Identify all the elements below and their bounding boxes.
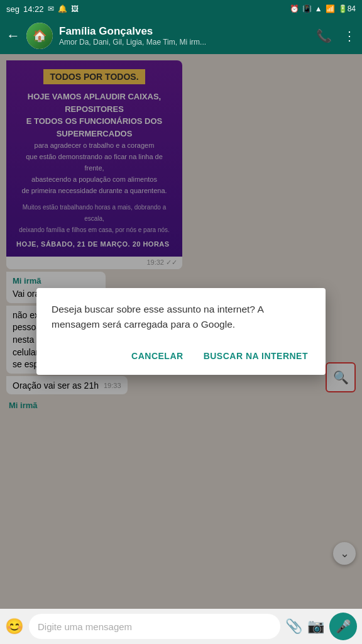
dialog-actions: CANCELAR BUSCAR NA INTERNET — [52, 346, 310, 366]
avatar-image: 🏠 — [26, 23, 53, 49]
group-name: Família Gonçalves — [59, 25, 310, 38]
mic-button[interactable]: 🎤 — [329, 613, 357, 640]
dialog-overlay: Deseja buscar sobre esse assunto na inte… — [0, 54, 362, 609]
wifi-icon: ▲ — [315, 4, 322, 13]
call-icon[interactable]: 📞 — [316, 28, 332, 43]
gmail-icon: ✉ — [48, 4, 54, 13]
vibrate-icon: 📳 — [302, 4, 312, 13]
time-text: 14:22 — [23, 4, 44, 14]
camera-icon[interactable]: 📷 — [307, 618, 324, 635]
back-button[interactable]: ← — [6, 28, 20, 44]
group-members: Amor Da, Dani, Gil, Ligia, Mae Tim, Mi i… — [59, 38, 235, 47]
status-bar: seg 14:22 ✉ 🔔 🖼 ⏰ 📳 ▲ 📶 🔋84 — [0, 0, 362, 18]
confirm-button[interactable]: BUSCAR NA INTERNET — [201, 346, 310, 366]
avatar[interactable]: 🏠 — [26, 23, 53, 49]
input-placeholder: Digite uma mensagem — [38, 621, 132, 632]
alarm-icon: ⏰ — [290, 4, 299, 13]
signal-icon: 📶 — [326, 4, 335, 13]
emoji-icon[interactable]: 😊 — [5, 618, 24, 635]
bottom-bar: 😊 Digite uma mensagem 📎 📷 🎤 — [0, 609, 362, 644]
attach-icon[interactable]: 📎 — [285, 618, 302, 635]
more-vert-icon[interactable]: ⋮ — [343, 28, 356, 43]
status-left: seg 14:22 ✉ 🔔 🖼 — [6, 4, 79, 14]
carrier-text: seg — [6, 4, 19, 14]
cancel-button[interactable]: CANCELAR — [129, 346, 186, 366]
status-right: ⏰ 📳 ▲ 📶 🔋84 — [290, 4, 356, 13]
image-icon: 🖼 — [71, 4, 79, 13]
header-actions: 📞 ⋮ — [316, 28, 356, 43]
message-input[interactable]: Digite uma mensagem — [29, 614, 280, 639]
battery-text: 🔋84 — [338, 4, 356, 13]
chat-header: ← 🏠 Família Gonçalves Amor Da, Dani, Gil… — [0, 18, 362, 54]
header-info[interactable]: Família Gonçalves Amor Da, Dani, Gil, Li… — [59, 25, 310, 47]
mic-icon: 🎤 — [336, 619, 351, 634]
chat-area: TODOS POR TODOS. HOJE VAMOS APLAUDIR CAI… — [0, 54, 362, 609]
dialog-box: Deseja buscar sobre esse assunto na inte… — [36, 288, 326, 375]
notification-icon: 🔔 — [58, 4, 67, 13]
dialog-text: Deseja buscar sobre esse assunto na inte… — [52, 302, 310, 332]
